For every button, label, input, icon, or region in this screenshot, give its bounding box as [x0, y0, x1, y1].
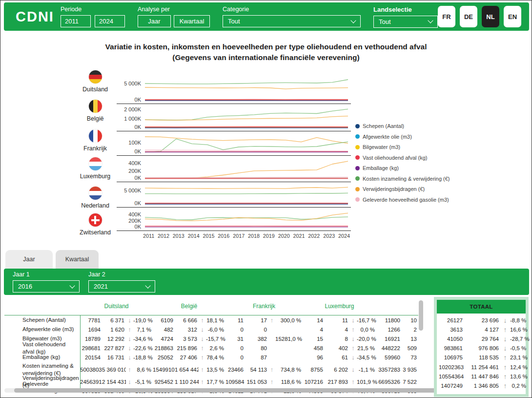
- table-header-belgië: België: [153, 303, 225, 310]
- trend-down-icon: ↓: [126, 354, 133, 360]
- language-button-fr[interactable]: FR: [438, 6, 455, 27]
- trend-up-icon: ↑: [199, 378, 206, 385]
- legend-label: Emballage (kg): [363, 165, 399, 171]
- legend-label: Kosten inzameling & verwijdering (€): [363, 176, 450, 182]
- value-year1: 298681: [80, 345, 102, 351]
- chart-legend: Schepen (Aantal)Afgewerkte olie (m3)Bilg…: [355, 123, 450, 207]
- chart-be: 2 000K1 000K0K: [117, 104, 351, 131]
- value-percent: -19,0 %: [133, 317, 153, 323]
- categorie-group: Categorie Tout: [223, 6, 361, 27]
- value-percent: -15,7 %: [206, 336, 225, 342]
- totaal-header: TOTAAL: [437, 300, 526, 314]
- trend-up-icon: ↑: [500, 364, 510, 371]
- legend-item: Verwijderingsbijdragen (€): [355, 186, 450, 192]
- value-year2: 6 666: [175, 317, 199, 323]
- value-percent: 734,8 %: [275, 367, 303, 373]
- totaal-row: 1055436411 447 846↑13,6 %: [437, 372, 526, 381]
- svg-text:0K: 0K: [135, 97, 142, 103]
- svg-text:0K: 0K: [135, 224, 142, 230]
- value-year2: 1 654 442: [175, 367, 199, 373]
- trend-up-icon: ↑: [500, 354, 510, 361]
- analyse-jaar-button[interactable]: Jaar: [138, 15, 171, 27]
- value-year2: 312: [175, 327, 199, 333]
- tab-kwartaal[interactable]: Kwartaal: [56, 250, 99, 269]
- year-tick: 2024: [338, 233, 350, 239]
- country-label: Zwitserland: [80, 229, 111, 236]
- periode-to-input[interactable]: 2024: [95, 15, 125, 27]
- totaal-year2: 1 346 805: [464, 383, 500, 389]
- totaal-year2: 976 806: [464, 345, 500, 351]
- jaar1-group: Jaar 1 2016: [13, 271, 80, 293]
- legend-dot-icon: [355, 166, 360, 170]
- legend-dot-icon: [355, 176, 360, 181]
- legend-item: Bilgewater (m3): [355, 144, 450, 150]
- value-year1: 7781: [80, 317, 102, 323]
- value-year2: 4: [325, 327, 349, 333]
- legend-dot-icon: [355, 145, 360, 149]
- totaal-year2: 11 447 846: [464, 374, 500, 379]
- jaar2-label: Jaar 2: [88, 271, 155, 278]
- value-year2: 151 053: [245, 379, 268, 385]
- totaal-row: 983861976 806↓-0,5 %: [437, 344, 526, 353]
- value-year2-partial: 73: [402, 355, 418, 360]
- language-button-en[interactable]: EN: [504, 6, 521, 27]
- year-tick: 2011: [143, 233, 154, 239]
- value-year1: 109584: [225, 379, 245, 385]
- value-year2: 54 113: [245, 367, 268, 373]
- language-button-de[interactable]: DE: [460, 6, 477, 27]
- categorie-dropdown[interactable]: Tout: [223, 15, 361, 27]
- legend-label: Schepen (Aantal): [363, 123, 404, 129]
- table-row: Schepen (Aantal)77816 371↓-19,0 %61096 6…: [4, 315, 418, 325]
- totaal-year1: 1407249: [439, 383, 464, 389]
- value-percent: 17,7 %: [206, 379, 225, 385]
- trend-up-icon: ↑: [268, 378, 275, 385]
- table-divider: [80, 315, 81, 390]
- totaal-year1: 983861: [439, 345, 464, 351]
- periode-from-input[interactable]: 2011: [61, 15, 91, 27]
- svg-text:5 000K: 5 000K: [124, 81, 142, 86]
- totaal-percent: 0,2 %: [510, 383, 528, 389]
- table-row: Afgewerkte olie (m3)16941 620↑7,1 %48231…: [4, 325, 418, 334]
- totaal-year1: 41050: [439, 336, 464, 342]
- trend-down-icon: ↓: [126, 345, 133, 351]
- tab-jaar[interactable]: Jaar: [5, 250, 53, 269]
- country-ch: Zwitserland: [73, 213, 118, 236]
- country-label: Nederland: [81, 202, 109, 209]
- value-year2: 2 154 431: [102, 379, 126, 385]
- value-year1: 2456391: [80, 379, 102, 385]
- jaar1-value: 2016: [18, 283, 32, 290]
- value-year2: 8: [325, 336, 349, 342]
- totaal-year2: 4 127: [464, 327, 500, 333]
- value-year2: 402: [325, 345, 349, 351]
- totaal-percent: -0,5 %: [510, 345, 528, 351]
- legend-dot-icon: [355, 187, 360, 191]
- value-year2-partial: 3 935: [402, 367, 418, 373]
- vertical-scrollbar[interactable]: [419, 300, 423, 387]
- year-tick: 2022: [308, 233, 320, 239]
- value-year2: 217 893: [325, 379, 349, 385]
- totaal-percent: 12,4 %: [510, 364, 528, 370]
- chevron-down-icon: [428, 18, 433, 23]
- svg-text:2 000K: 2 000K: [124, 106, 142, 112]
- chart-de: 5 000K0K: [117, 74, 351, 104]
- value-year1: 6109: [153, 317, 175, 323]
- year-tick: 2019: [263, 233, 275, 239]
- svg-text:0K: 0K: [135, 200, 142, 206]
- language-button-nl[interactable]: NL: [482, 6, 499, 27]
- chevron-down-icon: [69, 283, 75, 288]
- value-year1: 218863: [153, 345, 175, 351]
- totaal-year2: 118 535: [464, 355, 500, 360]
- jaar1-dropdown[interactable]: 2016: [13, 280, 80, 293]
- year-filter-bar: Jaar 1 2016 Jaar 2 2021: [4, 269, 529, 295]
- analyse-kwartaal-button[interactable]: Kwartaal: [174, 15, 210, 27]
- year-tick: 2015: [203, 233, 215, 239]
- jaar2-dropdown[interactable]: 2021: [88, 280, 155, 293]
- row-label: Emballage (kg): [4, 354, 80, 360]
- value-year1: 0: [225, 327, 245, 333]
- vertical-scrollbar-thumb[interactable]: [419, 300, 423, 331]
- trend-down-icon: ↓: [126, 335, 133, 342]
- trend-down-icon: ↓: [349, 366, 357, 373]
- value-year2: 1 620: [102, 327, 126, 333]
- landselectie-dropdown[interactable]: Tout: [373, 16, 438, 28]
- totaal-row: 1020236311 254 461↑12,4 %: [437, 362, 526, 372]
